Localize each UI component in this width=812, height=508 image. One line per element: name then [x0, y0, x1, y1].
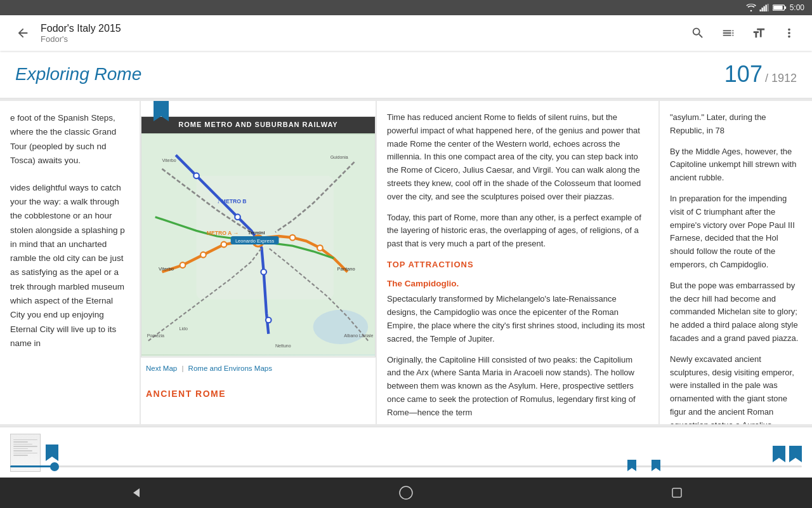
toc-button[interactable]	[716, 20, 741, 46]
center-panel-content: ROME METRO AND SUBURBAN RAILWAY	[141, 101, 376, 424]
svg-rect-0	[759, 10, 761, 11]
back-button[interactable]	[10, 20, 36, 46]
svg-text:Pomezia: Pomezia	[147, 333, 164, 338]
nav-bar	[0, 478, 812, 508]
svg-marker-8	[154, 101, 169, 121]
app-title: Fodor's Italy 2015	[41, 22, 685, 34]
battery-icon	[773, 4, 787, 11]
svg-marker-38	[652, 460, 660, 471]
svg-rect-1	[761, 8, 763, 11]
svg-point-16	[221, 241, 227, 247]
right-center-panel: Time has reduced ancient Rome to fields …	[377, 101, 658, 424]
svg-point-14	[180, 262, 186, 268]
svg-marker-40	[789, 446, 802, 462]
map-title: ROME METRO AND SUBURBAN RAILWAY	[141, 117, 375, 133]
map-graphic: Viterbo Pantano Termini METRO A → ↓ METR…	[141, 133, 375, 356]
svg-point-17	[290, 234, 296, 240]
page-total: / 1912	[765, 72, 797, 85]
wifi-icon	[746, 4, 756, 11]
app-title-container: Fodor's Italy 2015 Fodor's	[41, 22, 685, 44]
svg-text:METRO A →: METRO A →	[207, 229, 239, 236]
svg-point-42	[400, 486, 412, 499]
bottom-bookmark-1[interactable]	[46, 444, 58, 461]
svg-marker-36	[46, 444, 58, 461]
progress-fill	[10, 465, 55, 467]
svg-rect-4	[767, 4, 768, 11]
nav-back-button[interactable]	[122, 480, 148, 505]
svg-rect-2	[763, 6, 764, 11]
app-bar-actions	[685, 20, 802, 46]
far-right-text1: "asylum." Later, during the Republic, in…	[670, 111, 802, 138]
svg-text:↓ METRO B: ↓ METRO B	[217, 198, 247, 204]
progress-thumb	[50, 462, 59, 471]
font-button[interactable]	[746, 20, 771, 46]
svg-rect-6	[785, 6, 786, 9]
svg-rect-7	[773, 6, 782, 10]
svg-text:Viterbo: Viterbo	[159, 266, 174, 272]
far-right-text3: In preparation for the impending visit o…	[670, 192, 802, 272]
svg-text:Viterbo: Viterbo	[162, 158, 176, 163]
original-text: Originally, the Capitoline Hill consiste…	[387, 354, 648, 420]
bottom-bar	[0, 427, 812, 478]
top-attractions-label: TOP ATTRACTIONS	[387, 258, 648, 272]
page-separator: /	[765, 72, 768, 84]
attraction-text: Spectacularly transformed by Michelangel…	[387, 293, 648, 345]
progress-bar[interactable]	[10, 465, 802, 467]
left-panel-content: e foot of the Spanish Steps, where the t…	[0, 101, 140, 424]
left-text-2: vides delightful ways to catch your the …	[10, 181, 129, 351]
more-button[interactable]	[776, 20, 802, 46]
search-button[interactable]	[685, 20, 710, 46]
status-icons: 5:00	[746, 3, 804, 12]
far-right-text5: Newly excavated ancient sculptures, desi…	[670, 353, 802, 424]
nav-recents-button[interactable]	[664, 480, 690, 505]
svg-point-20	[235, 214, 240, 220]
para2: Today, this part of Rome, more than any …	[387, 211, 648, 251]
bookmark-marker-1[interactable]	[627, 460, 636, 474]
page-indicator: 107 / 1912	[724, 61, 797, 88]
status-time: 5:00	[790, 3, 804, 12]
svg-text:Guidonia: Guidonia	[331, 154, 348, 159]
svg-text:Albano Laziale: Albano Laziale	[344, 333, 373, 338]
chapter-title: Exploring Rome	[15, 64, 141, 84]
intro-paragraph: Time has reduced ancient Rome to fields …	[387, 111, 648, 204]
signal-icon	[759, 4, 769, 11]
svg-text:Lido: Lido	[180, 326, 188, 331]
svg-rect-43	[672, 488, 681, 497]
far-right-text2: By the Middle Ages, however, the Capitol…	[670, 145, 802, 185]
page-total-number: 1912	[771, 72, 797, 84]
rome-environs-link[interactable]: Rome and Environs Maps	[188, 364, 272, 372]
svg-marker-37	[627, 460, 636, 471]
content-area: e foot of the Spanish Steps, where the t…	[0, 98, 812, 427]
svg-marker-41	[133, 488, 140, 497]
far-right-panel: "asylum." Later, during the Republic, in…	[660, 101, 812, 424]
bottom-bookmark-2[interactable]	[773, 446, 785, 465]
attraction-name: The Campidoglio.	[387, 277, 648, 291]
svg-text:Nettuno: Nettuno	[275, 344, 291, 348]
svg-marker-39	[773, 446, 785, 462]
section-heading: ANCIENT ROME	[141, 382, 376, 401]
bottom-right-bookmarks	[773, 446, 802, 465]
bookmark-top[interactable]	[154, 101, 169, 126]
svg-point-22	[266, 317, 272, 323]
map-links: Next Map | Rome and Environs Maps	[141, 363, 376, 374]
nav-home-button[interactable]	[393, 480, 419, 505]
far-right-text4: But the pope was embarrassed by the decr…	[670, 279, 802, 345]
next-map-link[interactable]: Next Map	[146, 364, 177, 372]
far-right-content: "asylum." Later, during the Republic, in…	[660, 101, 812, 424]
status-bar: 5:00	[0, 0, 812, 15]
metro-map[interactable]: ROME METRO AND SUBURBAN RAILWAY	[141, 116, 376, 358]
left-text: e foot of the Spanish Steps, where the t…	[10, 111, 129, 168]
bookmark-marker-2[interactable]	[652, 460, 660, 474]
left-panel: e foot of the Spanish Steps, where the t…	[0, 101, 140, 424]
svg-point-18	[317, 245, 323, 251]
svg-text:Leonardo Express: Leonardo Express	[235, 237, 275, 243]
svg-point-15	[200, 251, 206, 257]
app-bar: Fodor's Italy 2015 Fodor's	[0, 15, 812, 51]
app-subtitle: Fodor's	[41, 34, 685, 44]
page-current: 107	[724, 61, 763, 88]
svg-text:Termini: Termini	[248, 229, 265, 235]
svg-rect-3	[765, 5, 766, 12]
bottom-bookmark-3[interactable]	[789, 446, 802, 465]
svg-point-10	[313, 309, 369, 344]
center-panel: ROME METRO AND SUBURBAN RAILWAY	[141, 101, 376, 424]
